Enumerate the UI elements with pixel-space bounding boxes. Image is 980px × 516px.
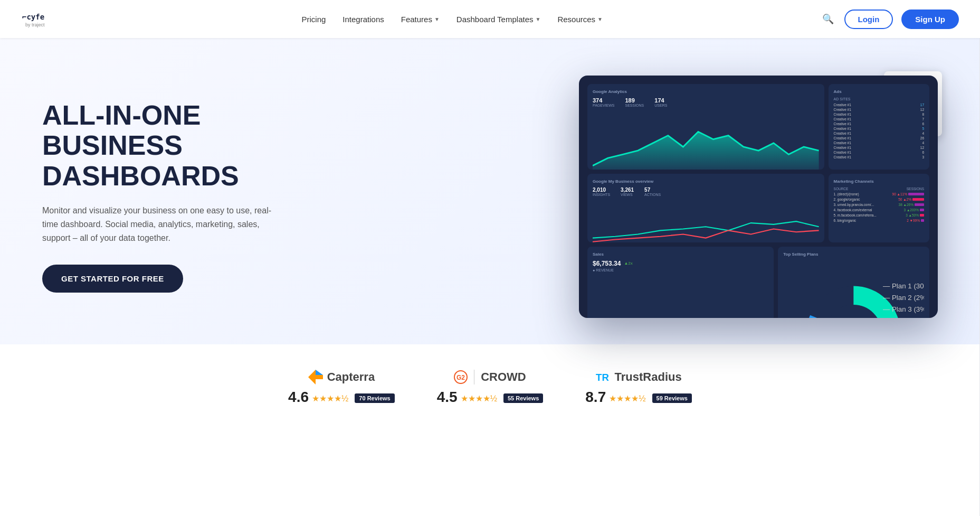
- capterra-logo: Capterra: [288, 370, 395, 384]
- trustradius-icon: TR: [596, 370, 611, 384]
- ga-panel: Google Analytics 374 PAGEVIEWS 189 SESSI…: [587, 84, 824, 170]
- marketing-channels-panel: Marketing Channels SOURCESESSIONS 1. (di…: [829, 174, 929, 242]
- gmb-panel-title: Google My Business overview: [593, 179, 819, 184]
- cta-button[interactable]: GET STARTED FOR FREE: [42, 265, 183, 293]
- svg-text:by traject: by traject: [25, 22, 45, 27]
- g2crowd-logo: G2 CROWD: [437, 370, 544, 384]
- svg-text:— Plan 3 (3%): — Plan 3 (3%): [883, 305, 924, 313]
- capterra-name: Capterra: [327, 370, 375, 384]
- nav-pricing[interactable]: Pricing: [301, 15, 326, 24]
- g2crowd-reviews: 55 Reviews: [503, 393, 543, 403]
- svg-text:— Plan 2 (2%): — Plan 2 (2%): [883, 294, 924, 302]
- ga-metric2-label: SESSIONS: [625, 104, 644, 107]
- sales-panel-title: Sales: [593, 252, 768, 257]
- nav-resources[interactable]: Resources ▼: [557, 15, 603, 24]
- gmb-metric1: 2,010: [593, 187, 610, 193]
- svg-marker-13: [316, 370, 323, 375]
- top-selling-plans-panel: Top Selling Plans — Plan 1 (30%) — Plan …: [778, 247, 929, 318]
- dashboard-mockup: Google Analytics 374 PAGEVIEWS 189 SESSI…: [579, 76, 938, 318]
- trustradius-rating: 8.7: [585, 389, 606, 406]
- nav-actions: 🔍 Login Sign Up: [820, 10, 959, 29]
- ga-metric3-label: USERS: [654, 104, 667, 107]
- hero-subtitle: Monitor and visualize your business on o…: [42, 204, 285, 246]
- capterra-reviews: 70 Reviews: [355, 393, 394, 403]
- ga-metric1-label: PAGEVIEWS: [593, 104, 615, 107]
- gmb-panel: Google My Business overview 2,010 INSIGH…: [587, 174, 824, 242]
- hero-section: ALL-IN-ONE BUSINESS DASHBOARDS Monitor a…: [0, 38, 980, 344]
- mc-panel-title: Marketing Channels: [834, 179, 924, 184]
- svg-text:— Plan 1 (30%): — Plan 1 (30%): [883, 282, 924, 290]
- nav-links: Pricing Integrations Features ▼ Dashboar…: [301, 15, 603, 24]
- ga-area-chart: [593, 109, 819, 170]
- capterra-proof: Capterra 4.6 ★★★★½ 70 Reviews: [288, 370, 395, 408]
- tsp-panel-title: Top Selling Plans: [783, 252, 924, 257]
- nav-dashboard-templates[interactable]: Dashboard Templates ▼: [456, 15, 541, 24]
- svg-text:⌐cyfe: ⌐cyfe: [22, 13, 44, 21]
- resources-chevron-icon: ▼: [597, 16, 603, 22]
- ga-panel-title: Google Analytics: [593, 89, 819, 94]
- features-chevron-icon: ▼: [434, 16, 440, 22]
- login-button[interactable]: Login: [844, 10, 893, 29]
- trustradius-logo: TR TrustRadius: [585, 370, 692, 384]
- gmb-line-chart: [593, 198, 819, 242]
- capterra-stars: ★★★★½: [312, 393, 348, 404]
- logo-svg: ⌐cyfe by traject: [21, 8, 84, 30]
- donut-chart: — Plan 1 (30%) — Plan 2 (2%) — Plan 3 (3…: [783, 260, 924, 318]
- dashboard-templates-chevron-icon: ▼: [536, 16, 541, 22]
- svg-text:TR: TR: [596, 372, 609, 383]
- gmb-metric2: 3,261: [621, 187, 634, 193]
- trustradius-name: TrustRadius: [615, 370, 682, 384]
- g2crowd-icon: G2: [454, 370, 468, 384]
- sales-area-chart: [593, 274, 768, 318]
- trustradius-proof: TR TrustRadius 8.7 ★★★★½ 59 Reviews: [585, 370, 692, 408]
- ga-metric2: 189: [625, 97, 644, 104]
- gmb-metric3: 57: [644, 187, 661, 193]
- nav-integrations[interactable]: Integrations: [342, 15, 384, 24]
- trustradius-reviews: 59 Reviews: [652, 393, 692, 403]
- g2crowd-name: CROWD: [481, 370, 526, 384]
- hero-dashboard-preview: G2 Best Est. ROI Mid-Market SUMMER 2020 …: [579, 76, 938, 318]
- search-icon[interactable]: 🔍: [820, 11, 836, 27]
- nav-features[interactable]: Features ▼: [401, 15, 440, 24]
- sales-metric: $6,753.34: [593, 260, 621, 267]
- ga-metric1: 374: [593, 97, 615, 104]
- ga-metric3: 174: [654, 97, 667, 104]
- svg-text:G2: G2: [456, 374, 465, 381]
- signup-button[interactable]: Sign Up: [901, 10, 959, 29]
- hero-left: ALL-IN-ONE BUSINESS DASHBOARDS Monitor a…: [42, 100, 285, 293]
- logo[interactable]: ⌐cyfe by traject: [21, 8, 84, 30]
- svg-text:— Plan 4 (15%): — Plan 4 (15%): [883, 317, 924, 318]
- ads-panel-title: Ads: [834, 89, 924, 94]
- ads-panel: Ads AD SITES Creative #117 Creative #112…: [829, 84, 929, 170]
- capterra-icon: [308, 370, 323, 384]
- hero-title: ALL-IN-ONE BUSINESS DASHBOARDS: [42, 100, 285, 191]
- g2crowd-stars: ★★★★½: [461, 393, 497, 404]
- social-proof-section: Capterra 4.6 ★★★★½ 70 Reviews G2 CROWD 4…: [0, 344, 980, 433]
- trustradius-stars: ★★★★½: [609, 393, 645, 404]
- sales-panel: Sales $6,753.34 ▲2x ● REVENUE: [587, 247, 774, 318]
- navbar: ⌐cyfe by traject Pricing Integrations Fe…: [0, 0, 980, 38]
- capterra-rating: 4.6: [288, 389, 309, 406]
- g2crowd-proof: G2 CROWD 4.5 ★★★★½ 55 Reviews: [437, 370, 544, 408]
- g2crowd-rating: 4.5: [437, 389, 458, 406]
